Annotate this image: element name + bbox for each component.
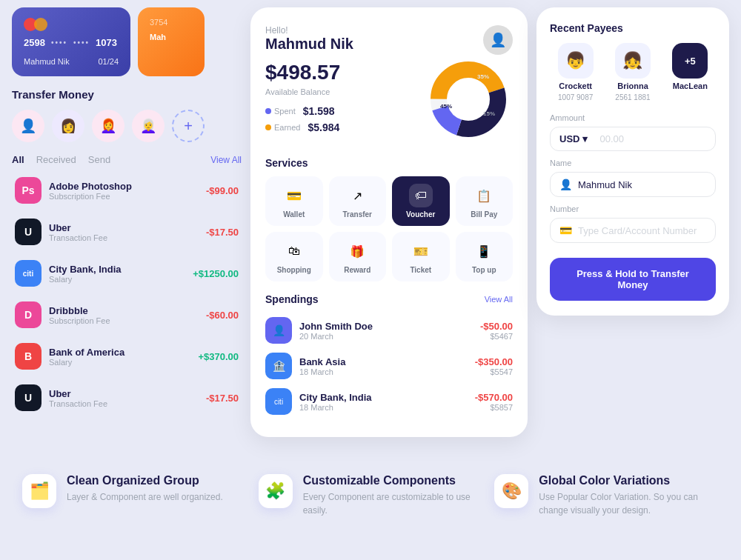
spendings-title: Spendings <box>265 293 319 305</box>
transaction-tabs: All Received Send View All <box>12 154 242 165</box>
service-topup[interactable]: 📱 Top up <box>456 232 514 281</box>
main-layout: 2598 •••• •••• 1073 Mahmud Nik 01/24 375… <box>0 0 741 459</box>
view-all-link[interactable]: View All <box>210 155 242 165</box>
feature-organized: 🗂️ Clean Organized Group Layer & Compone… <box>22 474 247 517</box>
center-username: Mahmud Nik <box>265 36 353 53</box>
earned-row: Earned $5.984 <box>265 121 340 133</box>
avatar-3[interactable]: 👩‍🦰 <box>92 110 124 142</box>
payee-brionna[interactable]: 👧 Brionna 2561 1881 <box>607 43 658 101</box>
list-item: 🏦 Bank Asia 18 March -$350.00 $5547 <box>265 348 513 384</box>
voucher-icon: 🏷 <box>409 184 433 207</box>
amount-label: Ammount <box>550 113 716 122</box>
tx-icon-dribbble: D <box>15 301 41 328</box>
avatar-2[interactable]: 👩 <box>52 110 84 142</box>
tab-all[interactable]: All <box>12 154 24 165</box>
spent-label: Spent <box>274 107 296 116</box>
balance-amount: $498.57 <box>265 61 340 84</box>
recent-payees-title: Recent Payees <box>550 22 716 34</box>
tx-icon-uber2: U <box>15 384 41 411</box>
svg-text:15%: 15% <box>483 110 495 117</box>
service-voucher[interactable]: 🏷 Voucher <box>392 176 450 226</box>
donut-chart: 35% 45% 15% <box>424 55 513 144</box>
card-logo-yellow <box>34 18 47 31</box>
service-reward[interactable]: 🎁 Reward <box>329 232 387 281</box>
card-orange[interactable]: 3754 Mah <box>138 7 205 76</box>
tab-send[interactable]: Send <box>88 154 110 165</box>
avatar-1[interactable]: 👤 <box>12 110 44 142</box>
shopping-icon: 🛍 <box>282 239 306 263</box>
name-input[interactable] <box>578 179 706 190</box>
transfer-avatars: 👤 👩 👩‍🦰 👩‍🦳 + <box>12 110 242 142</box>
transfer-button[interactable]: Press & Hold to Transfer Money <box>550 258 716 301</box>
bottom-section: 🗂️ Clean Organized Group Layer & Compone… <box>0 459 741 532</box>
amount-input[interactable]: 00.00 <box>599 133 624 144</box>
list-item: citi City Bank, India 18 March -$570.00 … <box>265 384 513 419</box>
right-card: Recent Payees 👦 Crockett 1007 9087 👧 Bri… <box>536 7 729 316</box>
center-card: Hello! Mahmud Nik 👤 $498.57 Available Ba… <box>250 7 528 437</box>
feature-customizable: 🧩 Customizable Components Every Componen… <box>247 474 483 517</box>
tx-icon-photoshop: Ps <box>15 177 41 204</box>
feature-color: 🎨 Global Color Variations Use Popular Co… <box>482 474 719 517</box>
chevron-down-icon: ▾ <box>582 133 588 144</box>
amount-field-row: USD ▾ 00.00 <box>550 127 716 151</box>
service-shopping[interactable]: 🛍 Shopping <box>265 232 323 281</box>
reward-icon: 🎁 <box>345 239 369 263</box>
cards-strip: 2598 •••• •••• 1073 Mahmud Nik 01/24 375… <box>12 7 242 76</box>
tx-icon-citybank: citi <box>15 260 41 287</box>
user-avatar[interactable]: 👤 <box>483 25 513 55</box>
table-row: citi City Bank, India Salary +$1250.00 <box>12 256 242 291</box>
left-panel: 2598 •••• •••• 1073 Mahmud Nik 01/24 375… <box>12 7 242 452</box>
layers-icon: 🗂️ <box>22 474 56 508</box>
feature-desc-2: Use Popular Color Variation. So you can … <box>539 490 707 517</box>
add-avatar-button[interactable]: + <box>172 110 205 142</box>
list-item: 👤 John Smith Doe 20 March -$50.00 $5467 <box>265 313 513 348</box>
right-panel: Recent Payees 👦 Crockett 1007 9087 👧 Bri… <box>536 7 729 452</box>
table-row: Ps Adobe Photoshop Subscription Fee -$99… <box>12 173 242 208</box>
spent-value: $1.598 <box>303 105 335 117</box>
table-row: B Bank of America Salary +$370.00 <box>12 339 242 374</box>
tx-icon-uber: U <box>15 219 41 245</box>
payee-more[interactable]: +5 MacLean <box>665 43 716 101</box>
feature-title-0: Clean Organized Group <box>67 474 223 487</box>
card-name-row: Mahmud Nik 01/24 <box>24 57 119 66</box>
palette-icon: 🎨 <box>494 474 528 508</box>
earned-dot <box>265 124 271 130</box>
transfer-title: Transfer Money <box>12 88 242 101</box>
wallet-icon: 💳 <box>282 184 306 207</box>
transfer-icon: ↗ <box>345 184 369 207</box>
name-label: Name <box>550 159 716 167</box>
hello-text: Hello! <box>265 25 353 36</box>
balance-label: Available Balance <box>265 87 340 96</box>
currency-select[interactable]: USD ▾ <box>559 133 588 144</box>
feature-desc-1: Every Component are customizable to use … <box>303 490 471 517</box>
payees-row: 👦 Crockett 1007 9087 👧 Brionna 2561 1881… <box>550 43 716 101</box>
card-number-input[interactable] <box>578 225 706 236</box>
tab-received[interactable]: Received <box>36 154 76 165</box>
spendings-view-all[interactable]: View All <box>485 295 513 304</box>
number-label: Number <box>550 204 716 213</box>
services-grid: 💳 Wallet ↗ Transfer 🏷 Voucher 📋 Bill Pay… <box>265 176 513 281</box>
number-field-row: 💳 <box>550 218 716 243</box>
spent-dot <box>265 108 271 114</box>
person-icon: 👤 <box>559 179 572 190</box>
payee-avatar-crockett: 👦 <box>558 43 594 79</box>
payee-crockett[interactable]: 👦 Crockett 1007 9087 <box>550 43 601 101</box>
billpay-icon: 📋 <box>472 184 496 207</box>
transaction-list: Ps Adobe Photoshop Subscription Fee -$99… <box>12 173 242 416</box>
center-header: Hello! Mahmud Nik 👤 <box>265 25 513 55</box>
balance-chart-row: $498.57 Available Balance Spent $1.598 E… <box>265 55 513 144</box>
card-blue[interactable]: 2598 •••• •••• 1073 Mahmud Nik 01/24 <box>12 7 130 76</box>
spendings-header: Spendings View All <box>265 293 513 305</box>
service-transfer[interactable]: ↗ Transfer <box>329 176 387 226</box>
service-ticket[interactable]: 🎫 Ticket <box>392 232 450 281</box>
service-wallet[interactable]: 💳 Wallet <box>265 176 323 226</box>
table-row: U Uber Transaction Fee -$17.50 <box>12 380 242 416</box>
feature-desc-0: Layer & Component are well organized. <box>67 490 223 504</box>
donut-svg: 35% 45% 15% <box>424 55 513 144</box>
feature-title-2: Global Color Variations <box>539 474 707 487</box>
tx-icon-boa: B <box>15 343 41 370</box>
spending-icon-citybank: citi <box>265 388 292 415</box>
service-billpay[interactable]: 📋 Bill Pay <box>456 176 514 226</box>
ticket-icon: 🎫 <box>409 239 433 263</box>
avatar-4[interactable]: 👩‍🦳 <box>132 110 165 142</box>
